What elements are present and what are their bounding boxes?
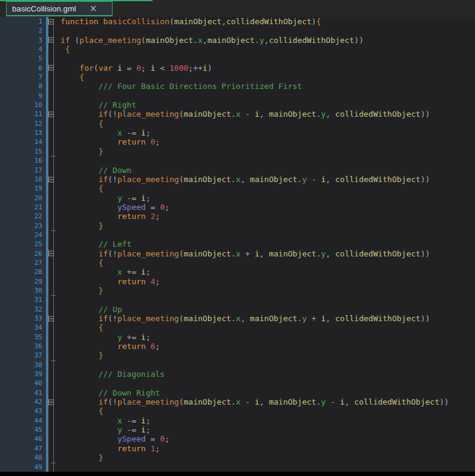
code-text[interactable]: x -= i;	[61, 128, 151, 137]
line-number[interactable]: 30	[0, 286, 46, 295]
line-number[interactable]: 24	[0, 230, 46, 240]
code-text[interactable]: if(!place_meeting(mainObject.x - i, main…	[61, 397, 449, 406]
line-number[interactable]: 45	[0, 425, 46, 434]
code-text[interactable]: /// Four Basic Directions Prioritized Fi…	[61, 82, 302, 91]
line-number[interactable]: 20	[0, 194, 46, 203]
line-number[interactable]: 43	[0, 406, 46, 416]
fold-marker-icon[interactable]	[48, 316, 54, 321]
code-text[interactable]: y -= i;	[61, 194, 151, 203]
code-text[interactable]: {	[61, 258, 103, 267]
code-text[interactable]: // Left	[61, 240, 131, 249]
line-number[interactable]: 44	[0, 416, 46, 425]
code-text[interactable]: }	[61, 286, 103, 295]
code-text[interactable]: function basicCollision(mainObject,colli…	[61, 17, 321, 26]
code-text[interactable]: {	[61, 119, 103, 128]
line-number[interactable]: 49	[0, 463, 46, 472]
line-number[interactable]: 5	[0, 54, 46, 63]
fold-marker-icon[interactable]	[48, 65, 54, 71]
tab-basiccollision[interactable]: basicCollision.gml ×	[6, 1, 113, 16]
code-text[interactable]: for(var i = 0; i < 1000;++i)	[61, 64, 212, 73]
line-number[interactable]: 29	[0, 277, 46, 286]
line-number[interactable]: 6	[0, 64, 46, 73]
code-text[interactable]: y -= i;	[61, 425, 151, 434]
line-number[interactable]: 14	[0, 137, 46, 146]
line-number[interactable]: 11	[0, 109, 46, 119]
line-number[interactable]: 25	[0, 240, 46, 249]
code-text[interactable]: {	[61, 45, 70, 54]
line-number[interactable]: 40	[0, 379, 46, 388]
code-text[interactable]: {	[61, 406, 103, 416]
code-text[interactable]: }	[61, 221, 103, 230]
line-number[interactable]: 8	[0, 82, 46, 91]
line-number[interactable]: 41	[0, 388, 46, 397]
line-number[interactable]: 10	[0, 100, 46, 109]
line-number[interactable]: 17	[0, 166, 46, 175]
line-number[interactable]: 23	[0, 221, 46, 230]
line-number[interactable]: 1	[0, 17, 46, 26]
line-number[interactable]: 15	[0, 147, 46, 156]
line-number[interactable]: 19	[0, 184, 46, 193]
code-text[interactable]: ySpeed = 0;	[61, 434, 169, 443]
code-text[interactable]: y += i;	[61, 333, 151, 342]
code-text[interactable]: if(!place_meeting(mainObject.x + i, main…	[61, 249, 430, 258]
code-text[interactable]: return 0;	[61, 137, 160, 146]
fold-marker-icon[interactable]	[48, 399, 54, 405]
code-text[interactable]: if(!place_meeting(mainObject.x - i, main…	[61, 109, 430, 119]
fold-marker-icon[interactable]	[48, 251, 54, 256]
code-text[interactable]: x += i;	[61, 267, 151, 276]
code-text[interactable]: return 2;	[61, 212, 160, 221]
code-text[interactable]: // Right	[61, 100, 136, 109]
line-number[interactable]: 46	[0, 434, 46, 443]
line-number[interactable]: 28	[0, 267, 46, 276]
code-text[interactable]: /// Diagonials	[61, 370, 165, 379]
code-text[interactable]: {	[61, 184, 103, 193]
code-text[interactable]: }	[61, 453, 103, 462]
code-text[interactable]: // Down Right	[61, 388, 160, 397]
code-text[interactable]: // Down	[61, 166, 131, 175]
line-number[interactable]: 36	[0, 342, 46, 351]
line-number[interactable]: 2	[0, 26, 46, 35]
line-number[interactable]: 3	[0, 36, 46, 45]
fold-marker-icon[interactable]	[48, 19, 54, 24]
line-number[interactable]: 7	[0, 73, 46, 82]
code-text[interactable]: if (place_meeting(mainObject.x,mainObjec…	[61, 36, 364, 45]
line-number[interactable]: 4	[0, 45, 46, 54]
code-text[interactable]: x -= i;	[61, 416, 151, 425]
line-number[interactable]: 42	[0, 397, 46, 406]
fold-marker-icon[interactable]	[48, 112, 54, 117]
line-number[interactable]: 34	[0, 323, 46, 332]
code-text[interactable]: if(!place_meeting(mainObject.x, mainObje…	[61, 175, 430, 184]
line-number[interactable]: 48	[0, 453, 46, 462]
line-number[interactable]: 27	[0, 258, 46, 267]
line-number[interactable]: 39	[0, 370, 46, 379]
fold-marker-icon[interactable]	[48, 177, 54, 182]
line-number[interactable]: 37	[0, 351, 46, 360]
code-text[interactable]: {	[61, 323, 103, 332]
code-text[interactable]: // Up	[61, 305, 122, 314]
line-number[interactable]: 13	[0, 128, 46, 137]
fold-marker-icon[interactable]	[48, 37, 54, 43]
line-number[interactable]: 22	[0, 212, 46, 221]
line-number[interactable]: 16	[0, 156, 46, 165]
close-icon[interactable]: ×	[90, 4, 97, 13]
line-number[interactable]: 21	[0, 203, 46, 212]
code-text[interactable]: ySpeed = 0;	[61, 203, 169, 212]
code-text[interactable]: {	[61, 73, 84, 82]
code-text[interactable]: }	[61, 351, 103, 360]
code-text[interactable]: if(!place_meeting(mainObject.x, mainObje…	[61, 314, 430, 323]
line-number[interactable]: 47	[0, 444, 46, 453]
line-number[interactable]: 18	[0, 175, 46, 184]
line-number[interactable]: 35	[0, 333, 46, 342]
code-text[interactable]: }	[61, 147, 103, 156]
line-number[interactable]: 12	[0, 119, 46, 128]
line-number[interactable]: 32	[0, 305, 46, 314]
line-number[interactable]: 33	[0, 314, 46, 323]
code-text[interactable]: return 1;	[61, 444, 160, 453]
line-number[interactable]: 31	[0, 295, 46, 304]
line-number[interactable]: 26	[0, 249, 46, 258]
code-text[interactable]: return 6;	[61, 342, 160, 351]
line-number[interactable]: 9	[0, 91, 46, 100]
line-number[interactable]: 38	[0, 360, 46, 370]
code-text[interactable]: return 4;	[61, 277, 160, 286]
code-editor[interactable]: 1function basicCollision(mainObject,coll…	[0, 17, 475, 472]
